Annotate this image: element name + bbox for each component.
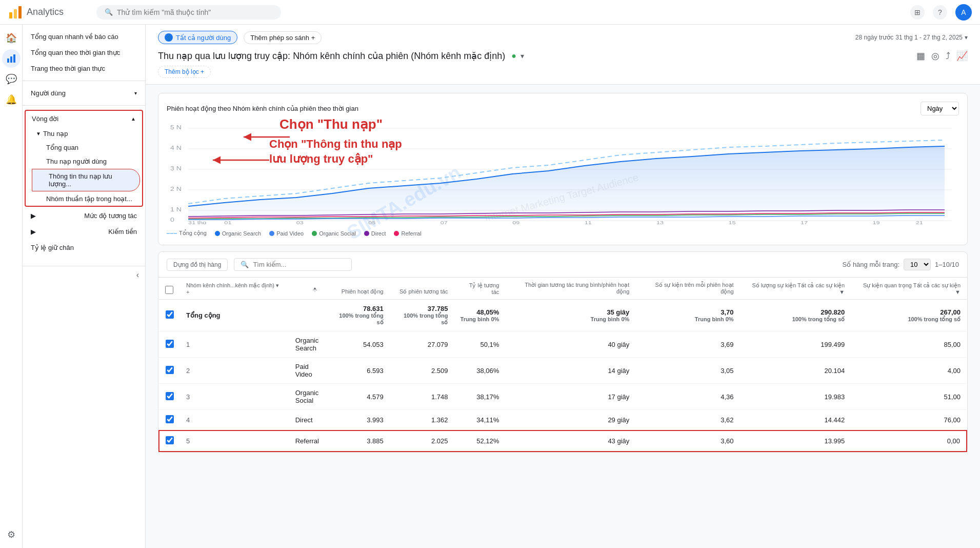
row-5-eventcount: 13.995 [740,430,851,452]
nav-chart-icon[interactable] [2,49,21,68]
all-users-chip[interactable]: 👤 Tất cả người dùng [158,31,237,44]
sidebar-item-thoigian[interactable]: Tổng quan theo thời gian thực [23,45,145,61]
page-title: Thu nạp qua lưu lượng truy cập: Nhóm kên… [158,50,505,62]
sidebar-sub-thunap-nguoidung[interactable]: Thu nạp người dùng [30,154,142,168]
row-5-checkbox[interactable] [166,436,174,444]
table-search-input[interactable] [253,261,345,268]
avatar[interactable]: A [955,4,972,21]
row-2-eventcount: 20.104 [740,358,851,384]
dim-bar-button[interactable]: Dựng đồ thị hàng [167,259,228,271]
rows-select[interactable]: 10 [904,259,931,270]
table-row: 4 Direct 3.993 1.362 34,11% 29 giây 3,62… [159,410,967,431]
add-filter-button[interactable]: Thêm bộ lọc + [158,66,211,78]
total-checkbox[interactable] [166,310,174,319]
period-select[interactable]: Ngày Tuần Tháng [921,102,959,115]
sidebar-item-thunap[interactable]: ▼ Thu nạp [26,127,142,141]
svg-text:15: 15 [729,220,736,224]
row-1-num: 1 [180,331,289,358]
svg-marker-19 [188,146,945,221]
total-rate: 48,05% Trung bình 0% [454,300,505,331]
table-row-highlighted: 5 Referral 3.885 2.025 52,12% 43 giây 3,… [159,430,967,452]
th-sort-icon[interactable] [289,278,325,300]
search-bar[interactable]: 🔍 [96,5,281,19]
sidebar-section-nguoidung[interactable]: Người dùng ▾ [23,85,145,101]
row-4-keyevents: 76,00 [851,410,967,431]
row-4-name: Direct [289,410,325,431]
row-4-eventcount: 14.442 [740,410,851,431]
date-label: 28 ngày trước [855,34,893,41]
row-5-name: Referral [289,430,325,452]
legend-direct-dot [364,231,369,236]
target-icon[interactable]: ◎ [931,50,939,62]
sidebar-section-kiemtien[interactable]: ▶ Kiếm tiền [23,224,145,240]
sidebar-sub-tongquan[interactable]: Tổng quan [30,141,142,154]
rows-label: Số hàng mỗi trang: [843,261,899,268]
th-sessions: Phiên hoạt động [325,278,390,300]
date-value: 31 thg 1 - 27 thg 2, 2025 [895,34,963,41]
nav-alert-icon[interactable]: 🔔 [2,90,21,109]
row-2-eventsper: 3,05 [635,358,739,384]
comparison-icon[interactable]: ▦ [916,50,925,62]
analytics-logo-icon [8,5,23,19]
legend-referral-label: Referral [401,230,421,237]
row-3-keyevents: 51,00 [851,384,967,410]
sidebar-section-vongdoi[interactable]: Vòng đời ▲ [26,111,142,127]
pagination-info: 1–10/10 [935,261,959,268]
sidebar-label-trang: Trang theo thời gian thực [31,65,105,72]
sidebar-mucdotuongtac-label: ▶ [31,212,36,220]
row-1-name: Organic Search [289,331,325,358]
total-event-count: 290.820 100% trong tổng số [740,300,851,331]
title-dropdown-icon[interactable]: ▾ [521,52,524,60]
th-rate: Tỷ lệ tương tác [454,278,505,300]
legend-organic-search: Organic Search [215,230,261,237]
row-5-keyevents: 0,00 [851,430,967,452]
help-icon[interactable]: ? [933,5,947,19]
total-sessions: 78.631 100% trong tổng số [325,300,390,331]
svg-text:13: 13 [656,220,664,224]
sidebar-item-tyle[interactable]: Tỷ lệ giữ chân [23,240,145,256]
sidebar-sub-thongtin[interactable]: Thông tin thu nạp lưu lượng... [32,169,140,191]
svg-text:0: 0 [170,217,174,223]
vongdoi-section: Vòng đời ▲ ▼ Thu nạp Tổng quan Thu nạp n… [25,110,143,207]
nav-bubble-icon[interactable]: 💬 [2,70,21,88]
sidebar: Tổng quan nhanh về báo cáo Tổng quan the… [23,25,146,548]
status-dot-icon: ● [511,51,516,61]
row-2-checkbox[interactable] [166,366,174,374]
chart-legend: Tổng cộng Organic Search Paid Video Orga… [167,230,959,237]
row-2-avgtime: 14 giây [505,358,635,384]
search-input[interactable] [117,8,273,16]
table-search[interactable]: 🔍 [234,258,352,271]
sidebar-item-baocao[interactable]: Tổng quan nhanh về báo cáo [23,29,145,45]
row-4-rate: 34,11% [454,410,505,431]
row-1-checkbox[interactable] [166,340,174,348]
sidebar-section-mucdotuongtac[interactable]: ▶ Mức độ tương tác [23,208,145,224]
row-4-checkbox[interactable] [166,415,174,423]
row-3-checkbox[interactable] [166,392,174,400]
grid-icon[interactable]: ⊞ [910,5,925,19]
select-all-checkbox[interactable] [165,286,173,294]
legend-direct: Direct [364,230,386,237]
sidebar-item-trang[interactable]: Trang theo thời gian thực [23,61,145,76]
th-key-events: Sự kiện quan trọng Tất cả các sự kiện ▼ [851,278,967,300]
sidebar-collapse-button[interactable]: ‹ [136,270,139,280]
add-comparison-chip[interactable]: Thêm phép so sánh + [244,31,322,44]
sidebar-kiemtien-label: ▶ [31,228,36,236]
th-event-count: Số lượng sự kiện Tất cả các sự kiện ▼ [740,278,851,300]
nav-home-icon[interactable]: 🏠 [2,29,21,47]
table-row: 1 Organic Search 54.053 27.079 50,1% 40 … [159,331,967,358]
row-1-keyevents: 85,00 [851,331,967,358]
all-users-label: Tất cả người dùng [176,34,231,42]
chevron-down-icon: ▾ [134,90,137,96]
legend-referral: Referral [394,230,421,237]
share-icon[interactable]: ⤴ [946,51,950,62]
insights-icon[interactable]: 📈 [956,50,968,62]
row-3-sessions: 4.579 [325,384,390,410]
date-range[interactable]: 28 ngày trước 31 thg 1 - 27 thg 2, 2025 … [855,34,968,41]
nav-settings-icon[interactable]: ⚙ [2,525,21,544]
legend-social-dot [312,231,317,236]
row-3-eventsper: 4,36 [635,384,739,410]
th-avg-time: Thời gian tương tác trung bình/phiên hoạ… [505,278,635,300]
sidebar-sub-nhomthuan[interactable]: Nhóm thuần tập trong hoạt... [30,192,142,206]
row-3-avgtime: 17 giây [505,384,635,410]
row-4-sessions: 3.993 [325,410,390,431]
